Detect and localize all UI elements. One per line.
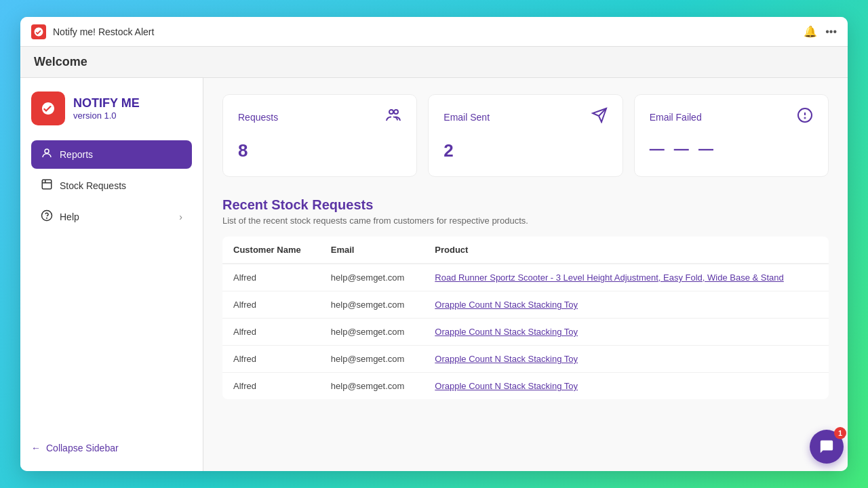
stat-card-requests: Requests 8 (222, 94, 417, 177)
cell-email-0: help@semget.com (320, 264, 424, 291)
sidebar-item-help[interactable]: Help › (31, 203, 192, 231)
stat-card-email-failed: Email Failed — — — (634, 94, 829, 177)
app-title: Notify me! Restock Alert (53, 26, 804, 37)
stat-card-email-sent: Email Sent 2 (428, 94, 623, 177)
product-link-3[interactable]: Orapple Count N Stack Stacking Toy (435, 354, 578, 364)
chat-badge: 1 (834, 427, 846, 439)
table-row: Alfred help@semget.com Orapple Count N S… (222, 291, 829, 319)
title-bar-actions: 🔔 ••• (804, 25, 837, 38)
cell-email-1: help@semget.com (320, 291, 424, 319)
cell-product-4: Orapple Count N Stack Stacking Toy (424, 373, 829, 400)
welcome-bar: Welcome (20, 47, 848, 78)
stat-value-email-sent: 2 (443, 140, 607, 161)
section-subtitle: List of the recent stock requests came f… (222, 216, 829, 226)
section-title: Recent Stock Requests (222, 197, 829, 213)
chat-button[interactable]: 1 (810, 430, 844, 464)
svg-point-5 (47, 218, 47, 218)
welcome-label: Welcome (34, 55, 87, 68)
cell-customer-4: Alfred (222, 373, 320, 400)
reports-label: Reports (60, 149, 93, 160)
sidebar: NOTIFY ME version 1.0 Reports (20, 78, 203, 471)
col-product: Product (424, 237, 829, 264)
cell-product-0: Road Runner Sportz Scooter - 3 Level Hei… (424, 264, 829, 291)
main-layout: NOTIFY ME version 1.0 Reports (20, 78, 848, 471)
cell-customer-1: Alfred (222, 291, 320, 319)
sidebar-item-stock-requests[interactable]: Stock Requests (31, 171, 192, 200)
svg-rect-1 (42, 180, 52, 189)
cell-customer-3: Alfred (222, 346, 320, 373)
svg-point-6 (389, 110, 393, 114)
app-logo-icon (31, 24, 46, 39)
stats-row: Requests 8 Email Sent (222, 94, 829, 177)
stat-label-email-sent: Email Sent (443, 112, 490, 123)
sidebar-item-reports[interactable]: Reports (31, 140, 192, 169)
help-label: Help (60, 211, 79, 222)
product-link-4[interactable]: Orapple Count N Stack Stacking Toy (435, 381, 578, 391)
svg-point-0 (45, 149, 49, 153)
more-icon[interactable]: ••• (825, 26, 837, 38)
brand-name: NOTIFY ME (73, 96, 140, 110)
stat-header-requests: Requests (238, 107, 401, 127)
requests-stat-icon (385, 107, 401, 127)
chevron-right-icon: › (179, 211, 182, 222)
email-sent-stat-icon (591, 107, 608, 127)
table-row: Alfred help@semget.com Orapple Count N S… (222, 346, 829, 373)
brand-logo-icon (31, 92, 65, 125)
stat-header-email-sent: Email Sent (443, 107, 607, 127)
cell-product-2: Orapple Count N Stack Stacking Toy (424, 319, 829, 346)
arrow-left-icon: ← (31, 443, 41, 453)
stat-label-requests: Requests (238, 112, 278, 123)
collapse-label: Collapse Sidebar (46, 443, 119, 453)
product-link-2[interactable]: Orapple Count N Stack Stacking Toy (435, 327, 578, 337)
title-bar: Notify me! Restock Alert 🔔 ••• (20, 17, 848, 47)
reports-icon (41, 147, 53, 162)
cell-product-1: Orapple Count N Stack Stacking Toy (424, 291, 829, 319)
svg-point-12 (804, 118, 805, 119)
sidebar-nav: Reports Stock Requests (31, 140, 192, 430)
cell-customer-0: Alfred (222, 264, 320, 291)
brand-area: NOTIFY ME version 1.0 (31, 92, 192, 125)
bell-icon[interactable]: 🔔 (804, 25, 817, 38)
collapse-sidebar-button[interactable]: ← Collapse Sidebar (31, 436, 192, 460)
col-email: Email (320, 237, 424, 264)
table-row: Alfred help@semget.com Orapple Count N S… (222, 373, 829, 400)
email-failed-stat-icon (797, 107, 813, 127)
table-header-row: Customer Name Email Product (222, 237, 829, 264)
stock-icon (41, 178, 53, 193)
help-icon (41, 209, 53, 224)
table-row: Alfred help@semget.com Orapple Count N S… (222, 319, 829, 346)
stat-value-requests: 8 (238, 140, 401, 161)
col-customer: Customer Name (222, 237, 320, 264)
main-content: Requests 8 Email Sent (203, 78, 848, 471)
product-link-0[interactable]: Road Runner Sportz Scooter - 3 Level Hei… (435, 272, 784, 283)
stock-requests-label: Stock Requests (60, 180, 126, 191)
cell-product-3: Orapple Count N Stack Stacking Toy (424, 346, 829, 373)
brand-version: version 1.0 (73, 110, 140, 121)
stat-label-email-failed: Email Failed (650, 112, 702, 123)
svg-point-7 (394, 110, 398, 114)
brand-text: NOTIFY ME version 1.0 (73, 96, 140, 121)
product-link-1[interactable]: Orapple Count N Stack Stacking Toy (435, 300, 578, 310)
stat-header-email-failed: Email Failed (650, 107, 813, 127)
cell-customer-2: Alfred (222, 319, 320, 346)
cell-email-3: help@semget.com (320, 346, 424, 373)
requests-table: Customer Name Email Product Alfred help@… (222, 237, 829, 399)
cell-email-2: help@semget.com (320, 319, 424, 346)
cell-email-4: help@semget.com (320, 373, 424, 400)
stat-value-email-failed: — — — (650, 140, 813, 158)
table-row: Alfred help@semget.com Road Runner Sport… (222, 264, 829, 291)
